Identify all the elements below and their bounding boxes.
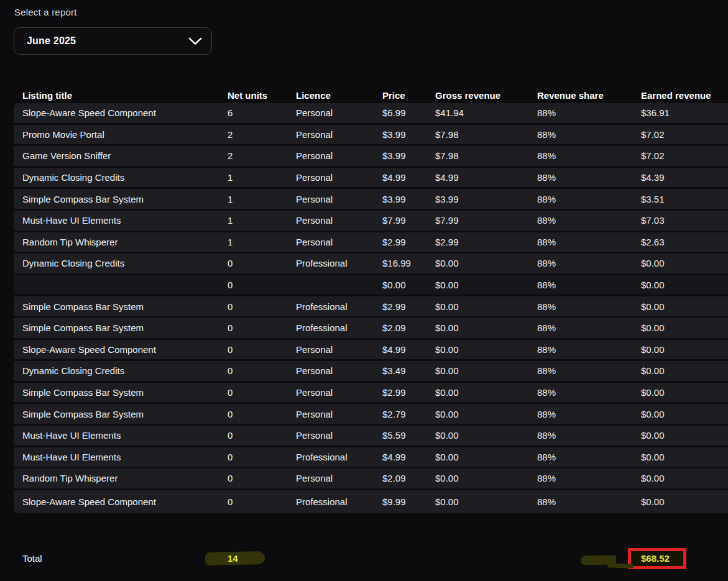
cell-revenue-share: 88% — [537, 215, 641, 226]
table-body: Slope-Aware Speed Component6Personal$6.9… — [14, 103, 728, 513]
cell-net-units: 0 — [228, 258, 296, 268]
total-earned-cell: $68.52 — [641, 548, 728, 569]
table-row: Random Tip Whisperer1Personal$2.99$2.998… — [14, 232, 728, 254]
cell-title: Slope-Aware Speed Component — [22, 496, 228, 507]
cell-title: Simple Compass Bar System — [22, 323, 228, 333]
cell-licence: Personal — [296, 194, 382, 204]
cell-earned-revenue: $0.00 — [641, 496, 728, 507]
cell-licence: Professional — [296, 258, 382, 268]
cell-earned-revenue: $0.00 — [641, 473, 728, 483]
cell-price: $3.99 — [382, 194, 435, 204]
cell-licence: Personal — [296, 344, 382, 355]
cell-licence: Personal — [296, 150, 382, 161]
cell-revenue-share: 88% — [537, 473, 641, 483]
cell-gross-revenue: $3.99 — [435, 194, 537, 204]
cell-gross-revenue: $0.00 — [435, 409, 537, 419]
table-row: Must-Have UI Elements0Personal$5.59$0.00… — [14, 426, 728, 447]
cell-gross-revenue: $4.99 — [435, 172, 537, 183]
cell-licence: Personal — [296, 430, 382, 441]
cell-gross-revenue: $0.00 — [435, 344, 537, 355]
cell-price: $0.00 — [382, 280, 435, 290]
cell-price: $4.99 — [382, 172, 435, 183]
cell-gross-revenue: $0.00 — [435, 280, 537, 290]
total-net-units-cell: 14 — [228, 553, 296, 564]
cell-net-units: 0 — [228, 452, 296, 462]
table-row: Simple Compass Bar System0Professional$2… — [14, 318, 728, 340]
cell-revenue-share: 88% — [537, 430, 641, 441]
cell-earned-revenue: $0.00 — [641, 323, 728, 333]
cell-revenue-share: 88% — [537, 301, 641, 312]
report-select[interactable]: June 2025 — [14, 27, 212, 55]
cell-title: Simple Compass Bar System — [22, 409, 228, 419]
cell-earned-revenue: $0.00 — [641, 301, 728, 312]
cell-net-units: 6 — [228, 108, 296, 118]
cell-licence: Professional — [296, 301, 382, 312]
cell-revenue-share: 88% — [537, 258, 641, 268]
cell-price: $3.99 — [382, 150, 435, 161]
cell-net-units: 1 — [228, 194, 296, 204]
cell-revenue-share: 88% — [537, 237, 641, 247]
cell-revenue-share: 88% — [537, 365, 641, 376]
cell-licence: Personal — [296, 108, 382, 118]
cell-revenue-share: 88% — [537, 150, 641, 161]
col-header-gross-revenue: Gross revenue — [435, 90, 537, 101]
cell-earned-revenue: $36.91 — [641, 108, 728, 118]
cell-title: Simple Compass Bar System — [22, 301, 228, 312]
cell-revenue-share: 88% — [537, 409, 641, 419]
cell-earned-revenue: $4.39 — [641, 172, 728, 183]
cell-revenue-share: 88% — [537, 108, 641, 118]
cell-licence: Personal — [296, 237, 382, 247]
col-header-price: Price — [382, 90, 435, 101]
col-header-earned-revenue: Earned revenue — [641, 90, 728, 101]
cell-price: $4.99 — [382, 452, 435, 462]
cell-licence: Professional — [296, 496, 382, 507]
cell-title: Random Tip Whisperer — [22, 237, 228, 247]
cell-revenue-share: 88% — [537, 280, 641, 290]
cell-title: Promo Movie Portal — [22, 129, 228, 140]
cell-gross-revenue: $7.99 — [435, 215, 537, 226]
cell-price: $5.59 — [382, 430, 435, 441]
cell-price: $2.99 — [382, 387, 435, 398]
table-row: Must-Have UI Elements1Personal$7.99$7.99… — [14, 211, 728, 232]
cell-revenue-share: 88% — [537, 194, 641, 204]
cell-net-units: 0 — [228, 430, 296, 441]
cell-price: $2.99 — [382, 237, 435, 247]
table-row: 0$0.00$0.0088%$0.00 — [14, 275, 728, 297]
cell-net-units: 0 — [228, 280, 296, 290]
cell-licence: Personal — [296, 215, 382, 226]
cell-title: Slope-Aware Speed Component — [22, 344, 228, 355]
cell-licence: Professional — [296, 452, 382, 462]
cell-gross-revenue: $0.00 — [435, 258, 537, 268]
col-header-licence: Licence — [296, 90, 382, 101]
cell-licence: Personal — [296, 365, 382, 376]
cell-gross-revenue: $0.00 — [435, 301, 537, 312]
cell-licence: Personal — [296, 409, 382, 419]
cell-net-units: 0 — [228, 365, 296, 376]
cell-net-units: 0 — [228, 473, 296, 483]
cell-title: Simple Compass Bar System — [22, 194, 228, 204]
cell-earned-revenue: $7.03 — [641, 215, 728, 226]
total-earned-revenue-boxed: $68.52 — [628, 548, 686, 569]
table-header: Listing title Net units Licence Price Gr… — [14, 87, 728, 103]
cell-price: $16.99 — [382, 258, 435, 268]
cell-price: $9.99 — [382, 496, 435, 507]
cell-earned-revenue: $0.00 — [641, 365, 728, 376]
table-row: Slope-Aware Speed Component0Personal$4.9… — [14, 340, 728, 362]
cell-licence: Personal — [296, 387, 382, 398]
table-row: Slope-Aware Speed Component0Professional… — [14, 490, 728, 514]
cell-title: Game Version Sniffer — [22, 150, 228, 161]
table-total-row: Total 14 $68.52 — [14, 547, 728, 570]
table-row: Simple Compass Bar System1Personal$3.99$… — [14, 189, 728, 211]
cell-title: Dynamic Closing Credits — [22, 365, 228, 376]
cell-earned-revenue: $0.00 — [641, 430, 728, 441]
cell-licence: Personal — [296, 172, 382, 183]
cell-net-units: 0 — [228, 409, 296, 419]
cell-gross-revenue: $7.98 — [435, 129, 537, 140]
cell-net-units: 1 — [228, 215, 296, 226]
cell-revenue-share: 88% — [537, 129, 641, 140]
cell-title: Must-Have UI Elements — [22, 215, 228, 226]
cell-price: $3.49 — [382, 365, 435, 376]
cell-price: $6.99 — [382, 108, 435, 118]
cell-gross-revenue: $41.94 — [435, 108, 537, 118]
cell-gross-revenue: $0.00 — [435, 452, 537, 462]
